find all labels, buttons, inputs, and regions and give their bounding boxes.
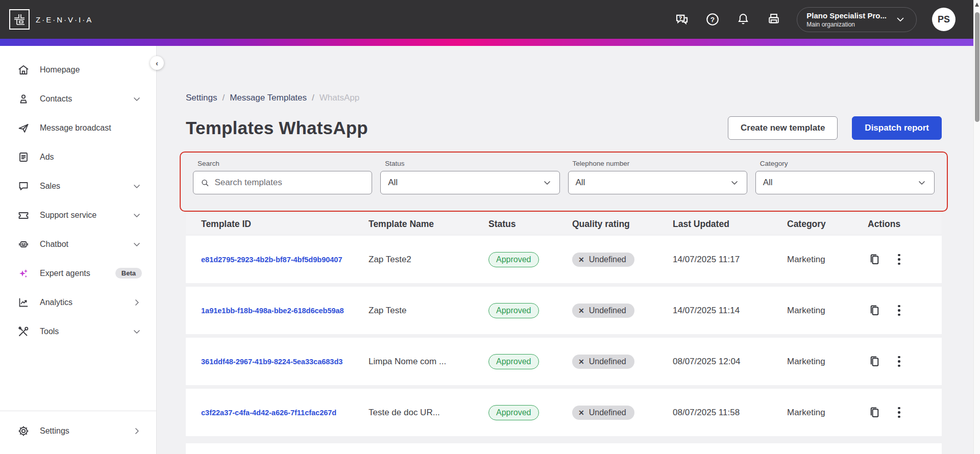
user-avatar[interactable]: PS bbox=[932, 8, 955, 31]
search-input[interactable] bbox=[214, 178, 364, 188]
zenvia-logo-icon bbox=[9, 9, 30, 30]
chevron-down-icon bbox=[895, 14, 906, 25]
table-row: e81d2795-2923-4b2b-bf87-4bf5d9b90407 Zap… bbox=[186, 236, 942, 283]
page-title: Templates WhatsApp bbox=[186, 118, 368, 138]
sidebar-item-analytics[interactable]: Analytics bbox=[0, 288, 156, 317]
sidebar-item-chatbot[interactable]: Chatbot bbox=[0, 230, 156, 259]
notifications-bell-icon[interactable] bbox=[736, 12, 751, 27]
breadcrumb-message-templates[interactable]: Message Templates bbox=[230, 93, 307, 103]
zenvia-brand[interactable]: Z·E·N·V·I·A bbox=[9, 9, 93, 30]
quality-rating-badge: ✕Undefined bbox=[572, 304, 634, 318]
kebab-menu-icon[interactable] bbox=[895, 406, 903, 419]
sidebar-item-label: Settings bbox=[40, 426, 121, 436]
quality-rating-badge: ✕Undefined bbox=[572, 355, 634, 369]
header-last-updated: Last Updated bbox=[673, 219, 787, 230]
breadcrumb-settings[interactable]: Settings bbox=[186, 93, 217, 103]
x-icon: ✕ bbox=[578, 409, 584, 417]
kebab-menu-icon[interactable] bbox=[895, 253, 903, 266]
category: Marketing bbox=[787, 357, 868, 367]
chevron-down-icon bbox=[132, 326, 142, 337]
search-icon bbox=[201, 178, 209, 188]
category-select[interactable]: All bbox=[755, 171, 935, 194]
sidebar-item-label: Support service bbox=[40, 211, 121, 220]
chevron-down-icon bbox=[132, 94, 142, 104]
header-template-name: Template Name bbox=[369, 219, 488, 230]
template-name: Zap Teste2 bbox=[369, 255, 488, 265]
brand-text: Z·E·N·V·I·A bbox=[36, 15, 93, 24]
svg-text:?: ? bbox=[679, 15, 682, 20]
status-select[interactable]: All bbox=[380, 171, 559, 194]
header-actions: Actions bbox=[868, 219, 942, 230]
copy-icon[interactable] bbox=[868, 253, 881, 266]
kebab-menu-icon[interactable] bbox=[895, 304, 903, 317]
organization-name: Plano Specialist Pro... bbox=[806, 11, 887, 20]
sidebar-item-contacts[interactable]: Contacts bbox=[0, 84, 156, 113]
sidebar-item-label: Analytics bbox=[40, 298, 121, 307]
table-header-row: Template ID Template Name Status Quality… bbox=[186, 214, 942, 234]
scrollbar-thumb[interactable] bbox=[975, 12, 979, 122]
copy-icon[interactable] bbox=[868, 304, 881, 317]
sidebar-item-support-service[interactable]: Support service bbox=[0, 200, 156, 230]
quality-rating-badge: ✕Undefined bbox=[572, 406, 634, 420]
telephone-selected-value: All bbox=[576, 178, 585, 188]
breadcrumb-separator: / bbox=[222, 93, 225, 103]
copy-icon[interactable] bbox=[868, 406, 881, 419]
brand-gradient-bar bbox=[0, 39, 980, 46]
header-category: Category bbox=[787, 219, 868, 230]
help-icon[interactable]: ? bbox=[705, 12, 720, 27]
sidebar-item-settings[interactable]: Settings bbox=[0, 415, 156, 447]
tools-icon bbox=[17, 325, 30, 338]
send-icon bbox=[17, 122, 30, 134]
telephone-select[interactable]: All bbox=[568, 171, 747, 194]
template-id-link[interactable]: 1a91e1bb-f18b-498a-bbe2-618d6ceb59a8 bbox=[201, 307, 344, 315]
sidebar-item-tools[interactable]: Tools bbox=[0, 317, 156, 346]
x-icon: ✕ bbox=[578, 358, 584, 366]
breadcrumb-whatsapp: WhatsApp bbox=[320, 93, 359, 103]
sidebar-item-sales[interactable]: Sales bbox=[0, 171, 156, 200]
home-icon bbox=[17, 64, 30, 76]
analytics-chart-icon bbox=[17, 296, 30, 309]
template-id-link[interactable]: e81d2795-2923-4b2b-bf87-4bf5d9b90407 bbox=[201, 256, 342, 264]
category: Marketing bbox=[787, 306, 868, 316]
sidebar-item-message-broadcast[interactable]: Message broadcast bbox=[0, 113, 156, 142]
template-name: Zap Teste bbox=[369, 306, 488, 316]
chevron-down-icon bbox=[542, 178, 552, 188]
copy-icon[interactable] bbox=[868, 355, 881, 368]
sidebar-item-label: Expert agents bbox=[40, 269, 105, 278]
template-name: Limpa Nome com ... bbox=[369, 357, 488, 367]
vertical-scrollbar[interactable] bbox=[973, 0, 980, 454]
table-row: c3f22a37-c4fa-4d42-a626-7f11cfac267d Tes… bbox=[186, 389, 942, 436]
template-id-link[interactable]: 361ddf48-2967-41b9-8224-5ea33ca683d3 bbox=[201, 358, 342, 366]
sidebar-item-ads[interactable]: Ads bbox=[0, 142, 156, 171]
organization-switcher[interactable]: Plano Specialist Pro... Main organizatio… bbox=[797, 7, 917, 32]
sidebar-item-label: Contacts bbox=[40, 94, 121, 104]
scrollbar-up-arrow[interactable] bbox=[975, 3, 979, 7]
x-icon: ✕ bbox=[578, 307, 584, 315]
svg-text:?: ? bbox=[711, 16, 715, 23]
person-icon bbox=[17, 93, 30, 105]
sidebar-item-expert-agents[interactable]: Expert agents Beta bbox=[0, 259, 156, 288]
x-icon: ✕ bbox=[578, 256, 584, 264]
chat-help-icon[interactable]: ? bbox=[674, 12, 690, 27]
search-label: Search bbox=[193, 160, 372, 167]
sidebar-item-homepage[interactable]: Homepage bbox=[0, 55, 156, 84]
sidebar-item-label: Chatbot bbox=[40, 240, 121, 249]
sidebar-item-label: Homepage bbox=[40, 65, 142, 74]
filter-category: Category All bbox=[755, 160, 935, 211]
chevron-down-icon bbox=[132, 210, 142, 220]
kebab-menu-icon[interactable] bbox=[895, 355, 903, 368]
chevron-right-icon bbox=[132, 297, 142, 308]
category-selected-value: All bbox=[763, 178, 773, 188]
sidebar-collapse-button[interactable]: ‹ bbox=[150, 56, 164, 70]
chevron-down-icon bbox=[132, 181, 142, 191]
template-id-link[interactable]: c3f22a37-c4fa-4d42-a626-7f11cfac267d bbox=[201, 409, 336, 417]
last-updated: 14/07/2025 11:17 bbox=[673, 255, 787, 265]
sidebar-item-label: Sales bbox=[40, 182, 121, 191]
breadcrumb-separator: / bbox=[312, 93, 314, 103]
last-updated: 08/07/2025 11:58 bbox=[673, 408, 787, 418]
beta-badge: Beta bbox=[115, 268, 142, 279]
create-new-template-button[interactable]: Create new template bbox=[728, 116, 838, 140]
dispatch-report-button[interactable]: Dispatch report bbox=[852, 116, 942, 140]
printer-icon[interactable] bbox=[766, 12, 781, 27]
top-bar: Z·E·N·V·I·A ? ? Plano Specialist Pro... … bbox=[0, 0, 980, 39]
